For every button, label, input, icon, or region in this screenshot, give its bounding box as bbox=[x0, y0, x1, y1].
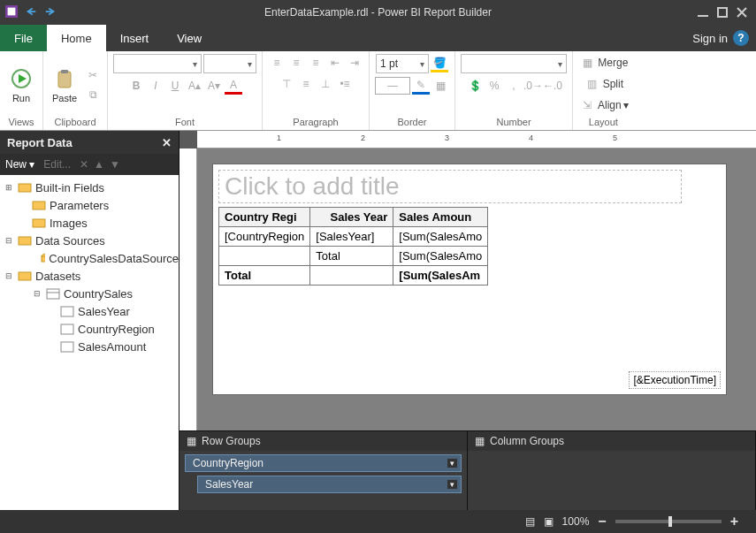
execution-time-placeholder[interactable]: [&ExecutionTime] bbox=[629, 371, 721, 389]
decrease-indent-icon[interactable]: ⇤ bbox=[326, 54, 344, 72]
comma-icon[interactable]: , bbox=[505, 77, 523, 95]
tablix[interactable]: Country Regi Sales Year Sales Amoun [Cou… bbox=[218, 207, 488, 286]
font-color-icon[interactable]: A bbox=[225, 77, 242, 95]
tab-home[interactable]: Home bbox=[47, 25, 106, 51]
tree-datasets[interactable]: ⊟Datasets bbox=[0, 267, 179, 285]
number-format-combo[interactable] bbox=[461, 54, 567, 73]
zoom-level: 100% bbox=[562, 515, 590, 528]
tree-images[interactable]: Images bbox=[0, 214, 179, 232]
tab-insert[interactable]: Insert bbox=[106, 25, 164, 51]
border-color-icon[interactable]: ✎ bbox=[412, 77, 430, 95]
new-dropdown[interactable]: New ▾ bbox=[5, 158, 34, 171]
tree-builtin-fields[interactable]: ⊞Built-in Fields bbox=[0, 179, 179, 196]
header-amount[interactable]: Sales Amoun bbox=[393, 208, 488, 227]
row-groups-title: Row Groups bbox=[202, 435, 261, 447]
cell-sub-blank[interactable] bbox=[219, 247, 310, 266]
svg-rect-3 bbox=[718, 8, 727, 17]
report-page[interactable]: Click to add title Country Regi Sales Ye… bbox=[213, 164, 726, 394]
italic-icon[interactable]: I bbox=[147, 77, 164, 95]
zoom-slider[interactable] bbox=[615, 520, 722, 523]
cell-sub-total-label[interactable]: Total bbox=[310, 247, 393, 266]
increase-indent-icon[interactable]: ⇥ bbox=[346, 54, 363, 72]
align-right-icon[interactable]: ≡ bbox=[307, 54, 325, 72]
cell-amount[interactable]: [Sum(SalesAmo bbox=[393, 227, 488, 247]
zoom-out-icon[interactable]: − bbox=[598, 514, 606, 529]
header-country[interactable]: Country Regi bbox=[219, 208, 310, 227]
minimize-icon[interactable] bbox=[698, 7, 708, 18]
paste-button[interactable]: Paste bbox=[49, 66, 80, 103]
border-width-combo[interactable]: 1 pt bbox=[376, 54, 429, 73]
cut-icon[interactable]: ✂ bbox=[84, 66, 102, 84]
delete-icon[interactable]: ✕ bbox=[80, 158, 88, 171]
window-title: EnterDataExample.rdl - Power BI Report B… bbox=[264, 6, 492, 19]
align-bottom-icon[interactable]: ⊥ bbox=[317, 75, 334, 93]
increase-decimal-icon[interactable]: .0→ bbox=[524, 77, 542, 95]
tab-view[interactable]: View bbox=[163, 25, 216, 51]
row-group-salesyear[interactable]: SalesYear bbox=[197, 476, 462, 493]
run-button[interactable]: Run bbox=[5, 66, 37, 103]
help-icon[interactable]: ? bbox=[733, 30, 749, 46]
svg-rect-5 bbox=[58, 72, 71, 88]
decrease-decimal-icon[interactable]: ←.0 bbox=[544, 77, 561, 95]
cell-year[interactable]: [SalesYear] bbox=[310, 227, 393, 247]
cell-country[interactable]: [CountryRegion bbox=[219, 227, 310, 247]
sign-in[interactable]: Sign in ? bbox=[685, 25, 756, 51]
grouping-pane: ▦Row Groups CountryRegion SalesYear ▦Col… bbox=[179, 430, 756, 510]
border-style-combo[interactable]: — bbox=[375, 77, 410, 95]
align-left-icon[interactable]: ≡ bbox=[268, 54, 286, 72]
edit-button: Edit... bbox=[43, 158, 71, 171]
cell-total-label[interactable]: Total bbox=[219, 266, 310, 286]
design-view-icon[interactable]: ▤ bbox=[525, 515, 535, 528]
tree-datasource-1[interactable]: CountrySalesDataSource bbox=[0, 249, 179, 267]
horizontal-ruler: 1 2 3 4 5 bbox=[197, 131, 756, 148]
bullets-icon[interactable]: •≡ bbox=[336, 75, 354, 93]
cell-sub-total-value[interactable]: [Sum(SalesAmo bbox=[393, 247, 488, 266]
borders-icon[interactable]: ▦ bbox=[431, 77, 449, 95]
merge-button[interactable]: ▦Merge bbox=[578, 54, 628, 72]
move-up-icon[interactable]: ▲ bbox=[94, 158, 104, 171]
title-placeholder[interactable]: Click to add title bbox=[218, 170, 682, 203]
redo-icon[interactable] bbox=[44, 5, 57, 20]
currency-icon[interactable]: 💲 bbox=[466, 77, 484, 95]
shrink-font-icon[interactable]: A▾ bbox=[205, 77, 223, 95]
tab-file[interactable]: File bbox=[0, 25, 47, 51]
font-size-combo[interactable] bbox=[203, 54, 256, 73]
align-top-icon[interactable]: ⊤ bbox=[278, 75, 295, 93]
tree-datasources[interactable]: ⊟Data Sources bbox=[0, 232, 179, 249]
tree-parameters[interactable]: Parameters bbox=[0, 196, 179, 214]
maximize-icon[interactable] bbox=[717, 7, 728, 18]
percent-icon[interactable]: % bbox=[485, 77, 503, 95]
tree-field-countryregion[interactable]: CountryRegion bbox=[0, 320, 179, 338]
cell-total-blank[interactable] bbox=[310, 266, 393, 286]
tree-dataset-1[interactable]: ⊟CountrySales bbox=[0, 285, 179, 302]
zoom-in-icon[interactable]: + bbox=[730, 514, 738, 529]
align-button[interactable]: ⇲Align ▾ bbox=[578, 96, 629, 114]
cell-total-value[interactable]: [Sum(SalesAm bbox=[393, 266, 488, 286]
close-icon[interactable] bbox=[737, 7, 747, 18]
tree-field-salesamount[interactable]: SalesAmount bbox=[0, 338, 179, 355]
underline-icon[interactable]: U bbox=[166, 77, 184, 95]
copy-icon[interactable]: ⧉ bbox=[84, 86, 102, 103]
svg-rect-16 bbox=[61, 307, 73, 316]
move-down-icon[interactable]: ▼ bbox=[110, 158, 120, 171]
align-middle-icon[interactable]: ≡ bbox=[297, 75, 315, 93]
svg-rect-9 bbox=[33, 219, 45, 227]
undo-icon[interactable] bbox=[25, 5, 37, 20]
row-group-countryregion[interactable]: CountryRegion bbox=[185, 454, 462, 472]
bold-icon[interactable]: B bbox=[127, 77, 145, 95]
align-center-icon[interactable]: ≡ bbox=[287, 54, 305, 72]
header-year[interactable]: Sales Year bbox=[310, 208, 393, 227]
grid-icon: ▦ bbox=[475, 435, 485, 447]
grow-font-icon[interactable]: A▴ bbox=[186, 77, 203, 95]
report-data-title: Report Data bbox=[7, 136, 73, 149]
svg-rect-18 bbox=[61, 342, 73, 352]
fill-color-icon[interactable]: 🪣 bbox=[431, 55, 448, 72]
design-canvas[interactable]: Click to add title Country Regi Sales Ye… bbox=[197, 148, 756, 430]
preview-icon[interactable]: ▣ bbox=[544, 515, 554, 528]
split-button[interactable]: ▥Split bbox=[584, 75, 623, 93]
grid-icon: ▦ bbox=[187, 435, 196, 447]
tree-field-salesyear[interactable]: SalesYear bbox=[0, 302, 179, 320]
font-family-combo[interactable] bbox=[113, 54, 202, 73]
panel-close-icon[interactable]: ✕ bbox=[162, 136, 172, 149]
app-icon bbox=[5, 5, 18, 20]
